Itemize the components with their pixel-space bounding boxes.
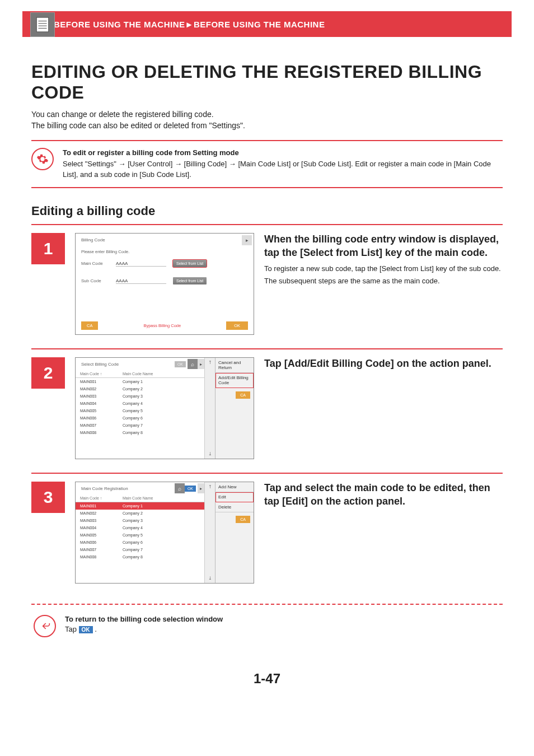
step-3: 3 Main Code Registration ⌕ OK ▸ Main Cod…	[31, 473, 503, 597]
step-1-number: 1	[31, 233, 65, 264]
select-from-list-main-button[interactable]: Select from List	[173, 260, 207, 267]
step-3-screenshot: Main Code Registration ⌕ OK ▸ Main Code …	[75, 482, 254, 584]
step-1-screenshot: Billing Code ▸ Please enter Billing Code…	[75, 233, 254, 335]
info-block: To edit or register a billing code from …	[31, 140, 503, 189]
info-heading: To edit or register a billing code from …	[63, 148, 503, 158]
scroll-up-icon[interactable]: ⤒	[208, 360, 212, 365]
shot1-subcode-label: Sub Code	[81, 278, 109, 283]
shot1-maincode-value[interactable]: AAAA	[116, 261, 166, 267]
shot2-col-1[interactable]: Main Code	[80, 372, 99, 376]
scroll-down-icon[interactable]: ⤓	[208, 451, 212, 456]
intro-line-2: The billing code can also be edited or d…	[31, 121, 503, 130]
step-1-p1: To register a new sub code, tap the [Sel…	[264, 264, 503, 274]
shot3-action-panel: Add New Edit Delete CA	[215, 482, 254, 583]
breadcrumb-2: BEFORE USING THE MACHINE	[194, 20, 325, 29]
shot1-ok-button[interactable]: OK	[226, 321, 248, 330]
shot3-table: Main Code ↑Main Code Name MAIN001Company…	[76, 494, 204, 561]
table-row[interactable]: MAIN002Company 2	[76, 385, 204, 393]
ok-chip[interactable]: OK	[79, 626, 93, 633]
table-row[interactable]: MAIN002Company 2	[76, 510, 204, 517]
step-2-heading: Tap [Add/Edit Billing Code] on the actio…	[264, 357, 503, 370]
section-heading: Editing a billing code	[31, 204, 503, 218]
shot3-col-2[interactable]: Main Code Name	[118, 494, 204, 502]
return-tap-line: Tap OK .	[65, 625, 223, 633]
return-arrow-icon	[34, 615, 56, 637]
add-edit-billing-code-action[interactable]: Add/Edit Billing Code	[216, 373, 254, 388]
table-row[interactable]: MAIN004Company 4	[76, 524, 204, 531]
table-row[interactable]: MAIN007Company 7	[76, 422, 204, 429]
intro-line-1: You can change or delete the registered …	[31, 110, 503, 119]
shot2-action-panel: Cancel and Return Add/Edit Billing Code …	[215, 358, 254, 459]
shot1-subcode-value[interactable]: AAAA	[116, 278, 166, 284]
header-doc-icon	[30, 12, 55, 37]
settings-gear-icon	[31, 148, 54, 170]
select-from-list-sub-button[interactable]: Select from List	[173, 277, 207, 284]
search-icon[interactable]: ⌕	[188, 359, 198, 369]
breadcrumb-bar: BEFORE USING THE MACHINE►BEFORE USING TH…	[22, 11, 512, 37]
edit-action[interactable]: Edit	[216, 492, 254, 502]
shot1-bypass-link[interactable]: Bypass Billing Code	[104, 323, 221, 328]
step-2-screenshot: Select Billing Code OK ⌕ ▸ Main Code ↑Ma…	[75, 357, 254, 459]
shot2-col-2[interactable]: Main Code Name	[118, 370, 204, 378]
step-3-heading: Tap and select the main code to be edite…	[264, 482, 503, 508]
scroll-down-icon[interactable]: ⤓	[208, 576, 212, 581]
shot2-ca-button[interactable]: CA	[236, 391, 250, 399]
step-2-number: 2	[31, 357, 65, 389]
table-row[interactable]: MAIN005Company 5	[76, 531, 204, 539]
breadcrumb-1: BEFORE USING THE MACHINE	[54, 20, 185, 29]
table-row[interactable]: MAIN006Company 6	[76, 539, 204, 546]
panel-toggle-icon[interactable]: ▸	[242, 235, 252, 245]
shot3-col-1[interactable]: Main Code	[80, 496, 99, 500]
step-2: 2 Select Billing Code OK ⌕ ▸ Main Code ↑…	[31, 348, 503, 473]
info-body: Select "Settings" → [User Control] → [Bi…	[63, 159, 503, 180]
table-row[interactable]: MAIN001Company 1	[76, 502, 204, 510]
shot2-title: Select Billing Code	[76, 362, 175, 367]
table-row[interactable]: MAIN005Company 5	[76, 407, 204, 414]
return-heading: To return to the billing code selection …	[65, 615, 223, 623]
shot1-maincode-label: Main Code	[81, 261, 109, 266]
table-row[interactable]: MAIN001Company 1	[76, 378, 204, 386]
add-new-action[interactable]: Add New	[216, 482, 254, 492]
return-note: To return to the billing code selection …	[31, 615, 503, 654]
table-row[interactable]: MAIN003Company 3	[76, 393, 204, 400]
page-number: 1-47	[31, 671, 503, 687]
svg-rect-0	[36, 17, 48, 32]
step-1-heading: When the billing code entry window is di…	[264, 233, 503, 259]
table-row[interactable]: MAIN006Company 6	[76, 414, 204, 422]
step-3-number: 3	[31, 482, 65, 513]
table-row[interactable]: MAIN008Company 8	[76, 553, 204, 561]
search-icon[interactable]: ⌕	[175, 483, 185, 493]
shot3-ok-button[interactable]: OK	[185, 486, 196, 492]
intro-text: You can change or delete the registered …	[31, 110, 503, 130]
shot2-ok-button[interactable]: OK	[175, 361, 186, 367]
shot3-scrollbar[interactable]: ⤒⤓	[204, 482, 215, 583]
shot3-ca-button[interactable]: CA	[236, 516, 250, 523]
shot1-subtitle: Please enter Billing Code.	[76, 246, 254, 258]
step-1-p2: The subsequent steps are the same as the…	[264, 276, 503, 286]
shot3-title: Main Code Registration	[76, 486, 175, 491]
cancel-and-return-action[interactable]: Cancel and Return	[216, 358, 254, 373]
table-row[interactable]: MAIN008Company 8	[76, 429, 204, 436]
breadcrumb-sep: ►	[185, 20, 194, 29]
shot1-title: Billing Code	[76, 237, 254, 242]
shot2-table: Main Code ↑Main Code Name MAIN001Company…	[76, 370, 204, 436]
page-title: EDITING OR DELETING THE REGISTERED BILLI…	[31, 62, 503, 103]
shot2-scrollbar[interactable]: ⤒⤓	[204, 358, 215, 459]
panel-toggle-icon[interactable]: ▸	[198, 483, 204, 493]
dashed-divider	[31, 604, 503, 605]
delete-action[interactable]: Delete	[216, 502, 254, 512]
panel-toggle-icon[interactable]: ▸	[198, 359, 204, 369]
table-row[interactable]: MAIN003Company 3	[76, 517, 204, 524]
shot1-ca-button[interactable]: CA	[81, 321, 98, 330]
scroll-up-icon[interactable]: ⤒	[208, 484, 212, 489]
table-row[interactable]: MAIN004Company 4	[76, 400, 204, 407]
step-1: 1 Billing Code ▸ Please enter Billing Co…	[31, 224, 503, 348]
table-row[interactable]: MAIN007Company 7	[76, 546, 204, 553]
